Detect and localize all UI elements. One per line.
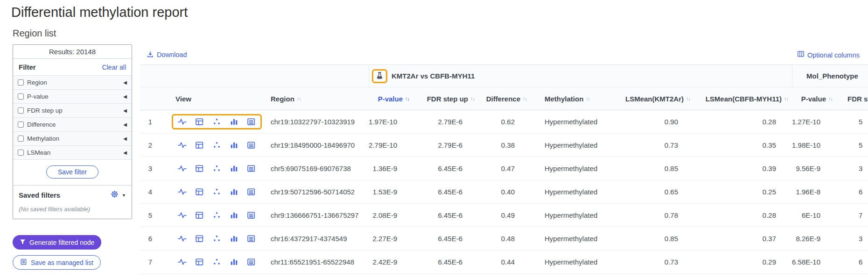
- dot-plot-icon[interactable]: [212, 164, 221, 173]
- details-list-icon[interactable]: [247, 187, 256, 196]
- methylation-cell: Hypermethylated: [531, 180, 601, 203]
- dot-plot-icon[interactable]: [212, 187, 221, 196]
- bar-chart-icon[interactable]: [230, 234, 238, 243]
- data-table-icon[interactable]: [195, 258, 204, 266]
- bar-chart-icon[interactable]: [230, 187, 238, 196]
- collapse-arrow-icon[interactable]: ◀: [123, 94, 127, 99]
- details-list-icon[interactable]: [247, 117, 256, 126]
- collapse-arrow-icon[interactable]: ◀: [123, 108, 127, 113]
- phenotype-fdr-column-header[interactable]: FDR step up ↑↓: [836, 87, 868, 110]
- filter-item-pvalue[interactable]: P-value ◀: [13, 89, 132, 103]
- filter-item-methylation[interactable]: Methylation ◀: [13, 131, 132, 145]
- save-filter-button[interactable]: Save filter: [46, 165, 98, 179]
- phenotype-pvalue-cell: 9.56E-9: [792, 157, 836, 180]
- chromosome-view-icon[interactable]: [178, 164, 187, 173]
- caret-down-icon[interactable]: ▼: [122, 193, 126, 198]
- fdr-cell: 6.45E-6: [413, 227, 478, 250]
- chromosome-view-icon[interactable]: [178, 234, 187, 243]
- filter-item-difference[interactable]: Difference ◀: [13, 117, 132, 131]
- chromosome-view-icon[interactable]: [178, 117, 187, 126]
- filter-item-lsmean[interactable]: LSMean ◀: [13, 145, 132, 159]
- pvalue-cell: 2.27E-9: [369, 227, 413, 250]
- dot-plot-icon[interactable]: [212, 234, 221, 243]
- sort-icon[interactable]: ↑↓: [523, 96, 527, 101]
- lsmean-cbfb-column-header[interactable]: LSMean(CBFB-MYH11) ↑↓: [694, 87, 792, 110]
- collapse-arrow-icon[interactable]: ◀: [123, 80, 127, 85]
- methylation-column-header[interactable]: Methylation ↑↓: [531, 87, 601, 110]
- row-index: 2: [140, 134, 161, 157]
- filter-item-label: FDR step up: [27, 107, 63, 114]
- methylation-cell: Hypermethylated: [531, 110, 601, 133]
- dot-plot-icon[interactable]: [212, 117, 221, 126]
- chromosome-view-icon[interactable]: [178, 141, 187, 150]
- bar-chart-icon[interactable]: [230, 211, 238, 220]
- optional-columns-link[interactable]: Optional columns: [797, 50, 860, 59]
- details-list-icon[interactable]: [247, 211, 256, 220]
- fdr-cell: 6.45E-6: [413, 250, 478, 273]
- clear-all-link[interactable]: Clear all: [102, 64, 126, 71]
- lsmean-kmt2ar-cell: 0.78: [601, 204, 694, 227]
- lsmean-cbfb-cell: 0.29: [694, 250, 792, 273]
- table-row: 1 chr19:10322797-10323919: [140, 110, 868, 134]
- region-cell: chr19:50712596-50714052: [266, 180, 369, 203]
- dot-plot-icon[interactable]: [212, 141, 221, 150]
- chromosome-view-icon[interactable]: [178, 258, 187, 266]
- generate-filtered-node-button[interactable]: Generate filtered node: [13, 235, 101, 250]
- collapse-arrow-icon[interactable]: ◀: [123, 136, 127, 141]
- collapse-arrow-icon[interactable]: ◀: [123, 122, 127, 127]
- methylation-filter-checkbox[interactable]: [18, 136, 24, 142]
- chromosome-view-icon[interactable]: [178, 211, 187, 220]
- view-icons: [172, 114, 262, 129]
- data-table-icon[interactable]: [195, 141, 204, 150]
- data-table-icon[interactable]: [195, 234, 204, 243]
- difference-column-header[interactable]: Difference ↑↓: [478, 87, 531, 110]
- sort-icon[interactable]: ↑↓: [297, 96, 301, 101]
- details-list-icon[interactable]: [247, 234, 256, 243]
- lsmean-filter-checkbox[interactable]: [18, 150, 24, 156]
- difference-filter-checkbox[interactable]: [18, 122, 24, 128]
- lsmean-kmt2ar-column-header[interactable]: LSMean(KMT2Ar) ↑↓: [601, 87, 694, 110]
- fdr-filter-checkbox[interactable]: [18, 107, 24, 114]
- sort-icon[interactable]: ↑↓: [586, 96, 590, 101]
- data-table-icon[interactable]: [195, 211, 204, 220]
- filter-item-label: LSMean: [27, 149, 50, 156]
- phenotype-pvalue-column-header[interactable]: P-value ↑↓: [792, 87, 836, 110]
- details-list-icon[interactable]: [247, 258, 256, 266]
- filter-item-region[interactable]: Region ◀: [13, 75, 132, 89]
- pvalue-cell: 2.79E-10: [369, 134, 413, 157]
- chromosome-view-icon[interactable]: [178, 187, 187, 196]
- sort-icon[interactable]: ↑↓: [686, 96, 690, 101]
- details-list-icon[interactable]: [247, 164, 256, 173]
- bar-chart-icon[interactable]: [230, 258, 238, 266]
- data-table-icon[interactable]: [195, 187, 204, 196]
- download-link[interactable]: Download: [147, 50, 187, 59]
- collapse-arrow-icon[interactable]: ◀: [123, 150, 127, 155]
- details-list-icon[interactable]: [247, 141, 256, 150]
- region-list-sidebar: Region list Results: 20148 Filter Clear …: [13, 28, 132, 270]
- fdr-column-header[interactable]: FDR step up ↑↓: [413, 87, 478, 110]
- pvalue-column-header[interactable]: P-value ↑↓: [369, 87, 413, 110]
- sort-icon[interactable]: ↑↓: [784, 96, 788, 101]
- data-table-icon[interactable]: [195, 117, 204, 126]
- region-column-header[interactable]: Region ↑↓: [266, 87, 369, 110]
- region-filter-checkbox[interactable]: [18, 79, 24, 86]
- sort-icon[interactable]: ↑↓: [470, 96, 475, 101]
- view-icons: [172, 161, 262, 176]
- sort-icon[interactable]: ↑↓: [828, 96, 833, 101]
- bar-chart-icon[interactable]: [230, 141, 238, 150]
- dot-plot-icon[interactable]: [212, 211, 221, 220]
- pvalue-filter-checkbox[interactable]: [18, 93, 24, 100]
- fdr-cell: 2.79E-6: [413, 134, 478, 157]
- filter-panel: Results: 20148 Filter Clear all Region ◀…: [13, 44, 132, 219]
- sort-active-icon[interactable]: ↑↓: [405, 96, 409, 101]
- data-table-icon[interactable]: [195, 164, 204, 173]
- bar-chart-icon[interactable]: [230, 117, 238, 126]
- bar-chart-icon[interactable]: [230, 164, 238, 173]
- lsmean-kmt2ar-cell: 0.73: [601, 250, 694, 273]
- save-as-managed-list-button[interactable]: Save as managed list: [13, 255, 101, 270]
- methylation-cell: Hypermethylated: [531, 134, 601, 157]
- region-cell: chr19:10322797-10323919: [266, 110, 369, 133]
- gear-icon[interactable]: [111, 190, 119, 200]
- filter-item-fdr-step-up[interactable]: FDR step up ◀: [13, 103, 132, 117]
- dot-plot-icon[interactable]: [212, 258, 221, 266]
